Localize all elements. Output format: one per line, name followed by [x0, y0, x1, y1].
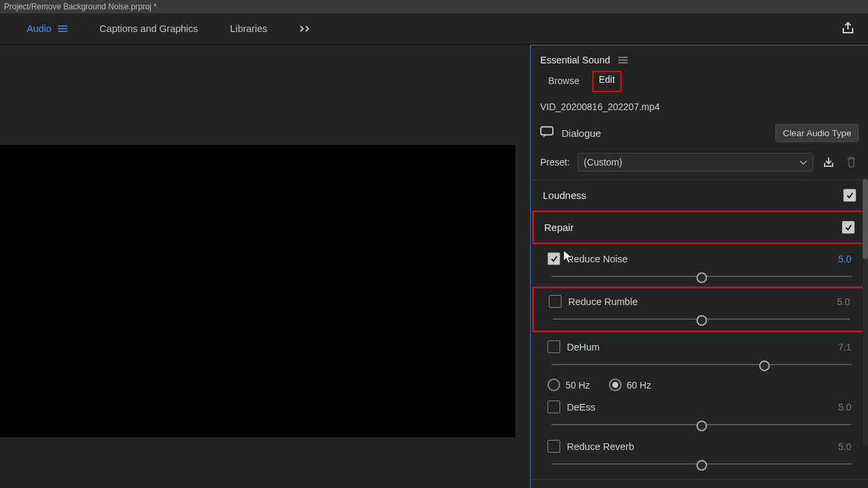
dehum-value[interactable]: 7.1: [839, 342, 851, 352]
clear-audio-type-button[interactable]: Clear Audio Type: [775, 124, 859, 142]
title-bar: Project/Remove Background Noise.prproj *: [0, 0, 868, 13]
menu-icon[interactable]: [58, 23, 67, 34]
reduce-rumble-value[interactable]: 5.0: [837, 296, 850, 307]
reduce-rumble-row: Reduce Rumble 5.0: [532, 286, 867, 332]
tab-browse[interactable]: Browse: [540, 71, 588, 92]
dehum-row: DeHum 7.1: [531, 334, 868, 373]
loudness-enable-checkbox[interactable]: [843, 189, 856, 202]
reduce-reverb-value[interactable]: 5.0: [839, 441, 851, 452]
workspace-audio-label: Audio: [27, 23, 51, 34]
essential-sound-panel: Essential Sound Browse Edit VID_20200816…: [530, 45, 868, 488]
delete-preset-button[interactable]: [844, 156, 859, 169]
video-canvas[interactable]: [0, 145, 515, 437]
chevron-down-icon: [799, 157, 807, 168]
section-repair-header[interactable]: Repair: [532, 210, 867, 244]
workspace-audio[interactable]: Audio: [27, 23, 67, 34]
reduce-noise-checkbox[interactable]: [548, 252, 560, 265]
repair-enable-checkbox[interactable]: [842, 221, 855, 234]
panel-menu-icon[interactable]: [618, 55, 628, 65]
section-clarity-header[interactable]: Clarity: [531, 479, 868, 488]
dehum-50hz-radio[interactable]: [548, 379, 560, 391]
preset-dropdown[interactable]: (Custom): [578, 153, 813, 172]
dialogue-icon: [540, 126, 555, 141]
reduce-noise-row: Reduce Noise 5.0: [531, 246, 868, 285]
deess-value[interactable]: 5.0: [839, 402, 851, 413]
reduce-rumble-slider[interactable]: [553, 313, 850, 325]
reduce-rumble-label: Reduce Rumble: [568, 296, 831, 307]
reduce-noise-label: Reduce Noise: [567, 254, 832, 264]
preset-value: (Custom): [584, 157, 622, 168]
dehum-60hz-label: 60 Hz: [627, 380, 652, 391]
save-preset-button[interactable]: [821, 156, 836, 169]
reduce-rumble-checkbox[interactable]: [549, 295, 562, 308]
preset-label: Preset:: [540, 157, 570, 168]
workspace-libraries[interactable]: Libraries: [230, 23, 268, 34]
overflow-button[interactable]: [299, 25, 311, 32]
reduce-noise-value[interactable]: 5.0: [839, 254, 851, 264]
dehum-label: DeHum: [567, 342, 832, 352]
reduce-reverb-slider[interactable]: [552, 458, 851, 470]
reduce-noise-slider[interactable]: [552, 270, 851, 282]
reduce-reverb-label: Reduce Reverb: [567, 441, 832, 452]
workspace-captions[interactable]: Captions and Graphics: [99, 23, 198, 34]
workspace-captions-label: Captions and Graphics: [99, 23, 198, 34]
deess-slider[interactable]: [552, 419, 851, 431]
dehum-checkbox[interactable]: [548, 340, 560, 353]
project-title: Project/Remove Background Noise.prproj *: [4, 2, 157, 11]
section-repair-label: Repair: [544, 222, 574, 233]
tab-edit[interactable]: Edit: [592, 71, 622, 92]
panel-scrollbar[interactable]: [863, 179, 868, 446]
section-loudness-label: Loudness: [543, 190, 586, 201]
deess-row: DeEss 5.0: [531, 394, 868, 433]
tab-edit-label: Edit: [599, 74, 615, 85]
section-loudness-header[interactable]: Loudness: [531, 180, 868, 210]
clear-audio-type-label: Clear Audio Type: [783, 128, 851, 138]
share-button[interactable]: [841, 21, 855, 37]
audio-type-label: Dialogue: [562, 128, 601, 139]
svg-rect-0: [541, 127, 553, 135]
workspace-bar: Audio Captions and Graphics Libraries: [0, 13, 868, 45]
workspace-libraries-label: Libraries: [230, 23, 268, 34]
deess-label: DeEss: [567, 402, 832, 413]
dehum-50hz-label: 50 Hz: [566, 380, 590, 391]
clip-filename: VID_20200816_202207.mp4: [531, 92, 868, 121]
deess-checkbox[interactable]: [548, 401, 560, 413]
program-monitor: [0, 45, 530, 488]
scrollbar-thumb[interactable]: [863, 179, 868, 259]
tab-browse-label: Browse: [548, 75, 580, 86]
reduce-reverb-checkbox[interactable]: [548, 440, 560, 453]
panel-title: Essential Sound: [540, 55, 610, 65]
dehum-60hz-radio[interactable]: [609, 379, 622, 391]
dehum-slider[interactable]: [552, 358, 851, 371]
reduce-reverb-row: Reduce Reverb 5.0: [531, 433, 868, 473]
